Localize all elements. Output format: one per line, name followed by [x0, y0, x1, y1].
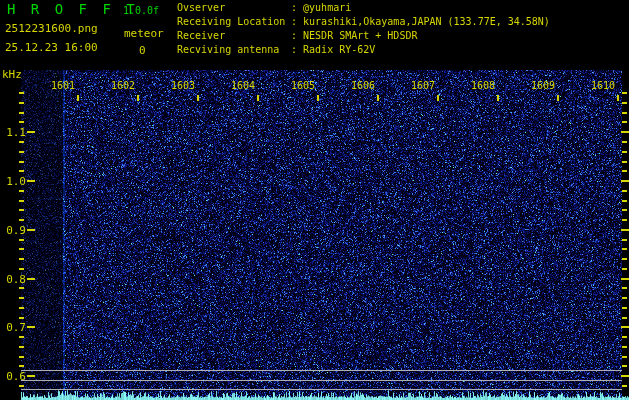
datetime-label: 25.12.23 16:00: [5, 42, 98, 54]
freq-minor-tick-left: [19, 170, 24, 172]
info-label: Receiving Location: [177, 16, 291, 27]
time-axis-label: 1604: [229, 80, 255, 91]
level-line: [21, 380, 622, 381]
receiver-info-row: Receiving Location: kurashiki,Okayama,JA…: [177, 16, 550, 30]
info-label: Recviving antenna: [177, 44, 291, 55]
freq-minor-tick-right: [622, 297, 627, 299]
info-separator: :: [291, 16, 303, 27]
freq-major-tick-left: [27, 375, 35, 377]
time-axis-tick: [557, 95, 559, 101]
freq-minor-tick-left: [19, 151, 24, 153]
freq-minor-tick-left: [19, 385, 24, 387]
freq-minor-tick-right: [622, 317, 627, 319]
freq-minor-tick-right: [622, 239, 627, 241]
freq-minor-tick-left: [19, 161, 24, 163]
level-line: [21, 389, 622, 390]
freq-minor-tick-right: [622, 268, 627, 270]
freq-minor-tick-left: [19, 268, 24, 270]
freq-minor-tick-right: [622, 190, 627, 192]
freq-minor-tick-left: [19, 112, 24, 114]
hrofft-window: H R O F F T 1.0.0f 2512231600.png meteor…: [0, 0, 629, 400]
time-axis-tick: [377, 95, 379, 101]
freq-minor-tick-right: [622, 92, 627, 94]
time-axis-label: 1602: [109, 80, 135, 91]
freq-major-tick-right: [621, 229, 629, 231]
freq-minor-tick-left: [19, 287, 24, 289]
freq-minor-tick-left: [19, 365, 24, 367]
receiver-info-row: Receiver: NESDR SMArt + HDSDR: [177, 30, 550, 44]
time-axis-tick: [137, 95, 139, 101]
time-axis-tick: [617, 95, 619, 101]
freq-minor-tick-left: [19, 190, 24, 192]
freq-major-tick-right: [621, 278, 629, 280]
freq-minor-tick-left: [19, 102, 24, 104]
time-axis-label: 1608: [469, 80, 495, 91]
info-label: Receiver: [177, 30, 291, 41]
freq-major-tick-right: [621, 180, 629, 182]
time-axis-tick: [437, 95, 439, 101]
freq-minor-tick-right: [622, 112, 627, 114]
freq-axis-label: 1.0: [0, 175, 26, 188]
time-axis-label: 1607: [409, 80, 435, 91]
freq-major-tick-left: [27, 278, 35, 280]
freq-axis-label: 0.9: [0, 224, 26, 237]
freq-major-tick-right: [621, 131, 629, 133]
spectrogram-canvas: [0, 0, 629, 400]
freq-minor-tick-left: [19, 336, 24, 338]
info-value: kurashiki,Okayama,JAPAN (133.77E, 34.58N…: [303, 16, 550, 27]
freq-minor-tick-left: [19, 200, 24, 202]
freq-minor-tick-left: [19, 248, 24, 250]
meteor-count-label: meteor: [124, 28, 164, 40]
time-axis-tick: [77, 95, 79, 101]
freq-minor-tick-left: [19, 356, 24, 358]
freq-major-tick-left: [27, 229, 35, 231]
freq-major-tick-left: [27, 180, 35, 182]
freq-minor-tick-right: [622, 161, 627, 163]
freq-major-tick-left: [27, 131, 35, 133]
freq-axis-label: 0.8: [0, 273, 26, 286]
info-separator: :: [291, 30, 303, 41]
info-separator: :: [291, 2, 303, 13]
receiver-info-row: Recviving antenna: Radix RY-62V: [177, 44, 550, 58]
freq-minor-tick-right: [622, 365, 627, 367]
filename-label: 2512231600.png: [5, 23, 98, 35]
info-separator: :: [291, 44, 303, 55]
freq-minor-tick-right: [622, 219, 627, 221]
freq-major-tick-right: [621, 375, 629, 377]
freq-minor-tick-right: [622, 200, 627, 202]
version-label: 1.0.0f: [123, 5, 159, 16]
freq-minor-tick-right: [622, 121, 627, 123]
freq-minor-tick-right: [622, 287, 627, 289]
receiver-info-row: Ovserver: @yuhmari: [177, 2, 550, 16]
time-axis-tick: [257, 95, 259, 101]
freq-major-tick-right: [621, 326, 629, 328]
time-axis-tick: [197, 95, 199, 101]
freq-minor-tick-right: [622, 170, 627, 172]
freq-minor-tick-right: [622, 209, 627, 211]
time-axis-label: 1610: [589, 80, 615, 91]
freq-minor-tick-left: [19, 346, 24, 348]
freq-axis-label: 1.1: [0, 126, 26, 139]
freq-minor-tick-right: [622, 307, 627, 309]
frequency-unit-label: kHz: [2, 69, 22, 81]
time-axis-tick: [317, 95, 319, 101]
freq-minor-tick-left: [19, 297, 24, 299]
freq-axis-label: 0.6: [0, 370, 26, 383]
freq-axis-label: 0.7: [0, 321, 26, 334]
time-axis-label: 1606: [349, 80, 375, 91]
freq-minor-tick-left: [19, 121, 24, 123]
time-axis-label: 1609: [529, 80, 555, 91]
freq-minor-tick-left: [19, 258, 24, 260]
freq-minor-tick-left: [19, 307, 24, 309]
app-title: H R O F F T: [7, 2, 138, 17]
freq-major-tick-left: [27, 326, 35, 328]
freq-minor-tick-right: [622, 258, 627, 260]
freq-minor-tick-right: [622, 151, 627, 153]
freq-minor-tick-right: [622, 356, 627, 358]
freq-minor-tick-right: [622, 141, 627, 143]
level-line: [21, 370, 622, 371]
freq-minor-tick-right: [622, 102, 627, 104]
time-axis-tick: [497, 95, 499, 101]
freq-minor-tick-right: [622, 385, 627, 387]
info-value: NESDR SMArt + HDSDR: [303, 30, 417, 41]
